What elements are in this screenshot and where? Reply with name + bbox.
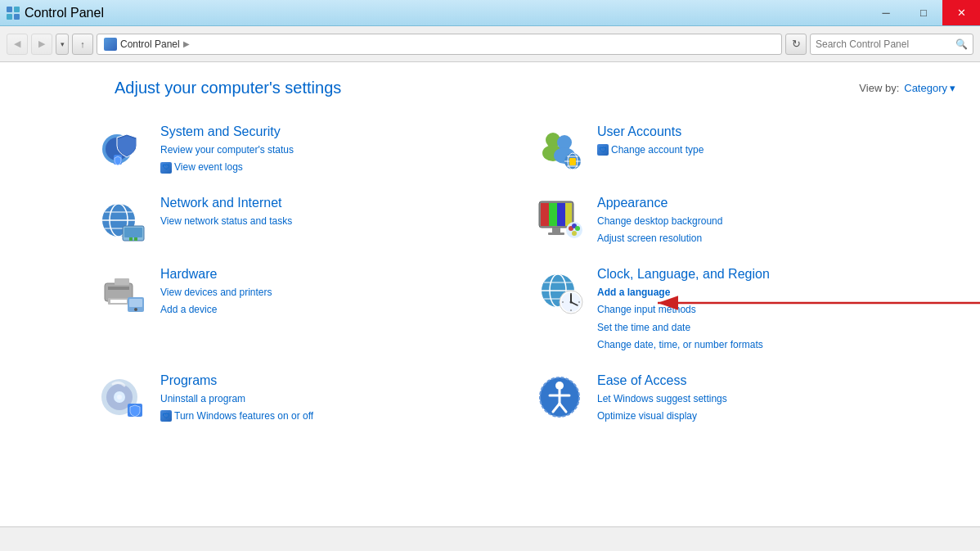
forward-button[interactable]: ▶: [31, 34, 52, 55]
svg-rect-28: [541, 203, 549, 226]
breadcrumb-text: Control Panel: [120, 38, 180, 50]
view-by-dropdown[interactable]: Category ▾: [904, 82, 955, 94]
system-security-link-1[interactable]: Review your computer's status: [160, 142, 294, 158]
svg-rect-16: [569, 158, 576, 165]
clock-language-link-1[interactable]: Add a language: [597, 285, 770, 300]
svg-rect-43: [110, 300, 127, 303]
user-accounts-icon: [535, 124, 584, 173]
svg-rect-40: [108, 287, 129, 290]
categories-grid: System and Security Review your computer…: [0, 106, 980, 442]
refresh-icon: ↻: [792, 38, 801, 50]
view-by-value-text: Category: [904, 82, 947, 94]
programs-link-1[interactable]: Uninstall a program: [160, 391, 313, 407]
content-wrapper: System and Security Review your computer…: [0, 106, 980, 526]
system-security-link-2[interactable]: View event logs: [160, 160, 294, 175]
view-by-arrow-icon: ▾: [950, 82, 955, 94]
network-internet-link-1[interactable]: View network status and tasks: [160, 214, 292, 229]
search-box[interactable]: 🔍: [810, 34, 973, 55]
svg-point-66: [117, 395, 122, 400]
hardware-link-1[interactable]: View devices and printers: [160, 285, 272, 300]
system-security-info: System and Security Review your computer…: [160, 124, 294, 175]
title-bar: Control Panel ─ □ ✕: [0, 0, 980, 26]
maximize-button[interactable]: □: [905, 0, 942, 25]
category-ease-of-access: Ease of Access Let Windows suggest setti…: [519, 363, 955, 434]
category-system-security: System and Security Review your computer…: [82, 114, 519, 185]
category-hardware: Hardware View devices and printers Add a…: [82, 256, 519, 363]
category-clock-language: Clock, Language, and Region Add a langua…: [519, 256, 955, 363]
hardware-info: Hardware View devices and printers Add a…: [160, 266, 272, 318]
svg-rect-23: [124, 228, 142, 237]
svg-point-46: [134, 308, 137, 311]
breadcrumb-folder-icon: [104, 38, 117, 51]
user-accounts-title[interactable]: User Accounts: [597, 124, 704, 141]
uac-badge-icon: [597, 144, 609, 156]
svg-point-56: [570, 301, 573, 304]
close-button[interactable]: ✕: [942, 0, 980, 25]
view-by-label: View by:: [859, 82, 899, 94]
breadcrumb-bar[interactable]: Control Panel ▶: [97, 34, 782, 55]
network-internet-title[interactable]: Network and Internet: [160, 195, 292, 212]
dropdown-icon: ▾: [61, 40, 65, 48]
appearance-title[interactable]: Appearance: [597, 195, 722, 212]
back-icon: ◀: [14, 38, 20, 49]
appearance-icon: [535, 195, 584, 244]
clock-language-link-2[interactable]: Change input methods: [597, 302, 770, 318]
clock-language-link-4[interactable]: Change date, time, or number formats: [597, 337, 770, 353]
main-content: Adjust your computer's settings View by:…: [0, 62, 980, 526]
breadcrumb-separator: ▶: [183, 39, 190, 48]
svg-rect-32: [552, 228, 560, 233]
clock-language-title[interactable]: Clock, Language, and Region: [597, 266, 770, 283]
ease-of-access-link-2[interactable]: Optimize visual display: [597, 409, 727, 424]
appearance-link-2[interactable]: Adjust screen resolution: [597, 231, 722, 246]
user-accounts-info: User Accounts Change account type: [597, 124, 704, 158]
svg-rect-41: [115, 278, 129, 285]
programs-info: Programs Uninstall a program Turn Window…: [160, 373, 313, 424]
svg-rect-3: [14, 14, 20, 20]
shield-badge-icon: [160, 162, 172, 174]
svg-rect-0: [7, 7, 12, 12]
programs-link-2[interactable]: Turn Windows features on or off: [160, 409, 313, 424]
clock-language-link-3[interactable]: Set the time and date: [597, 320, 770, 336]
hardware-link-2[interactable]: Add a device: [160, 302, 272, 318]
category-user-accounts: User Accounts Change account type: [519, 114, 955, 185]
page-title: Adjust your computer's settings: [115, 79, 341, 97]
system-security-title[interactable]: System and Security: [160, 124, 294, 141]
hardware-title[interactable]: Hardware: [160, 266, 272, 283]
programs-shield-icon: [160, 410, 172, 422]
svg-point-38: [572, 231, 577, 236]
history-dropdown[interactable]: ▾: [56, 34, 69, 55]
ease-of-access-icon: [535, 373, 584, 422]
svg-rect-2: [7, 14, 12, 20]
appearance-link-1[interactable]: Change desktop background: [597, 214, 722, 229]
svg-rect-31: [565, 203, 572, 226]
svg-rect-45: [129, 299, 142, 307]
search-icon: 🔍: [955, 38, 968, 50]
svg-rect-25: [134, 237, 137, 241]
ease-of-access-info: Ease of Access Let Windows suggest setti…: [597, 373, 727, 424]
minimize-button[interactable]: ─: [867, 0, 905, 25]
ease-of-access-title[interactable]: Ease of Access: [597, 373, 727, 390]
view-by-control: View by: Category ▾: [859, 82, 955, 94]
user-accounts-link-1[interactable]: Change account type: [597, 142, 704, 158]
clock-language-info: Clock, Language, and Region Add a langua…: [597, 266, 770, 353]
svg-rect-24: [129, 237, 133, 241]
programs-title[interactable]: Programs: [160, 373, 313, 390]
network-internet-info: Network and Internet View network status…: [160, 195, 292, 229]
address-bar: ◀ ▶ ▾ ↑ Control Panel ▶ ↻ 🔍: [0, 26, 980, 62]
back-button[interactable]: ◀: [7, 34, 28, 55]
status-bar: [0, 526, 980, 551]
svg-rect-1: [14, 7, 20, 12]
search-input[interactable]: [816, 38, 952, 50]
content-header: Adjust your computer's settings View by:…: [0, 62, 980, 106]
refresh-button[interactable]: ↻: [785, 34, 807, 55]
window-controls: ─ □ ✕: [867, 0, 980, 25]
up-button[interactable]: ↑: [72, 34, 93, 55]
svg-point-37: [575, 226, 580, 231]
system-security-icon: [98, 124, 147, 173]
network-internet-icon: [98, 195, 147, 244]
ease-of-access-link-1[interactable]: Let Windows suggest settings: [597, 391, 727, 407]
title-text: Control Panel: [25, 6, 104, 20]
title-bar-left: Control Panel: [0, 6, 104, 20]
app-icon: [7, 7, 20, 20]
programs-icon: [98, 373, 147, 422]
